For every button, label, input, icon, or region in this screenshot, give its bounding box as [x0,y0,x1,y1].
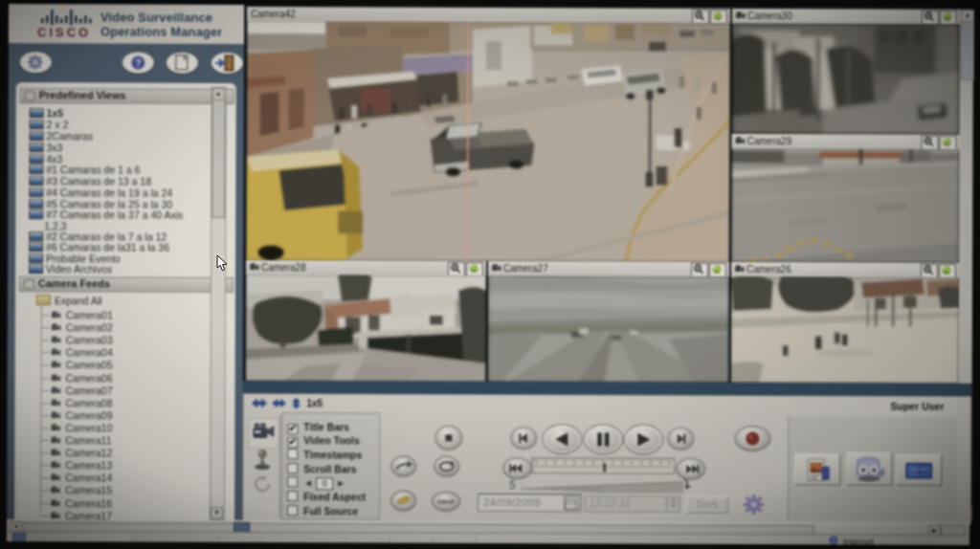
svg-text:5: 5 [509,478,516,492]
svg-text:?: ? [135,57,142,69]
